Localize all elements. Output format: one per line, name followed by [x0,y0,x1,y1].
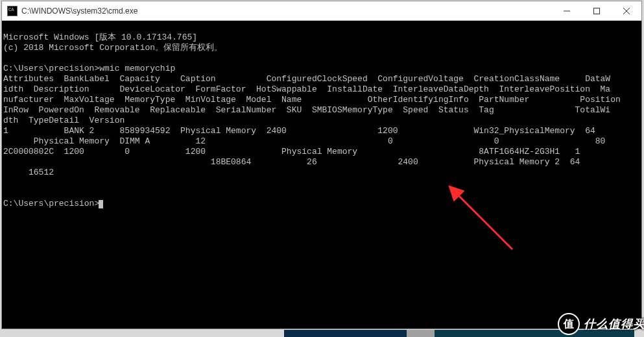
terminal-line: Microsoft Windows [版本 10.0.17134.765] [3,32,197,42]
watermark: 值 什么值得买 [558,313,644,335]
window-controls [552,1,641,20]
watermark-text: 什么值得买 [584,316,644,332]
close-button[interactable] [612,1,641,20]
terminal-line: 16512 [3,168,54,177]
annotation-arrow [417,174,525,276]
terminal-line: 18BE0864 26 2400 Physical Memory 2 64 [3,157,580,167]
terminal-line: Attributes BankLabel Capacity Caption Co… [3,74,610,84]
terminal-output[interactable]: Microsoft Windows [版本 10.0.17134.765] (c… [2,21,641,329]
window-title: C:\WINDOWS\system32\cmd.exe [21,6,552,16]
minimize-button[interactable] [552,1,582,20]
terminal-line: dth TypeDetail Version [3,116,125,125]
svg-line-4 [457,193,512,249]
terminal-line: (c) 2018 Microsoft Corporation。保留所有权利。 [3,43,222,53]
titlebar[interactable]: C:\WINDOWS\system32\cmd.exe [2,1,641,21]
cursor [99,200,103,208]
terminal-line: Physical Memory DIMM A 12 0 0 80 [3,136,605,146]
terminal-line: nufacturer MaxVoltage MemoryType MinVolt… [3,95,621,105]
watermark-symbol: 值 [564,318,574,331]
watermark-icon: 值 [558,313,580,335]
terminal-line: 1 BANK 2 8589934592 Physical Memory 2400… [3,126,595,136]
terminal-prompt: C:\Users\precision> [3,199,99,208]
terminal-line: idth Description DeviceLocator FormFacto… [3,84,610,94]
maximize-button[interactable] [582,1,612,20]
cmd-icon [7,6,18,16]
cmd-window: C:\WINDOWS\system32\cmd.exe Microsoft Wi… [1,1,642,329]
svg-rect-1 [594,8,600,14]
terminal-line: InRow PoweredOn Removable Replaceable Se… [3,105,610,115]
terminal-line: C:\Users\precision>wmic memorychip [3,64,175,73]
terminal-line: 2C0000802C 1200 0 1200 Physical Memory 8… [3,147,580,156]
